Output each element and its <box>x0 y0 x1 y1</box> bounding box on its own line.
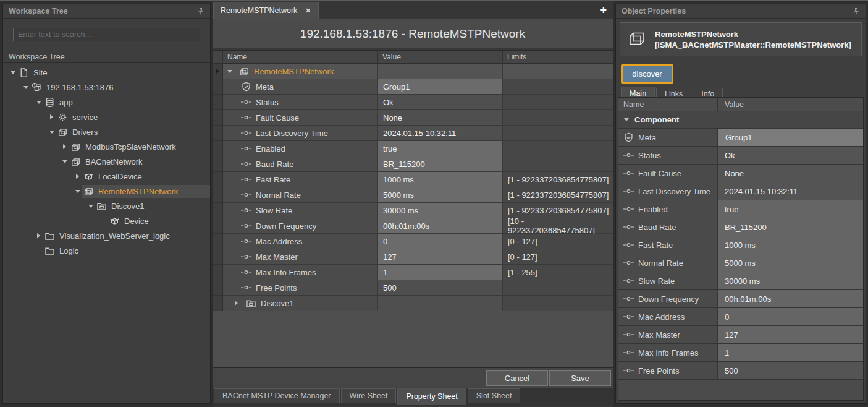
value-cell[interactable]: 127 <box>718 326 863 344</box>
expand-arrow-icon[interactable] <box>232 301 241 306</box>
value-cell[interactable]: 30000 ms <box>718 272 863 290</box>
pin-icon[interactable] <box>197 7 204 15</box>
cancel-button[interactable]: Cancel <box>486 370 548 386</box>
value-cell[interactable]: 0 <box>378 234 503 249</box>
value-cell[interactable]: 30000 ms <box>378 203 503 218</box>
tree-item-modbustcpslavenetwork[interactable]: ModbusTcpSlaveNetwork <box>3 139 210 154</box>
expand-arrow-icon[interactable] <box>73 174 82 179</box>
property-row-baud-rate[interactable]: Baud RateBR_115200 <box>618 218 863 236</box>
view-tab-wire-sheet[interactable]: Wire Sheet <box>341 388 397 403</box>
tree-item-logic[interactable]: Logic <box>3 243 210 258</box>
collapse-arrow-icon[interactable] <box>34 101 43 104</box>
name-cell: Normal Rate <box>223 187 378 203</box>
property-row-fault-cause[interactable]: Fault CauseNone <box>618 165 863 182</box>
tree-node-body: service <box>56 111 210 124</box>
property-row-last-discovery-time[interactable]: Last Discovery Time2024.01.15 10:32:11 <box>213 126 613 141</box>
property-row-normal-rate[interactable]: Normal Rate5000 ms <box>618 254 863 272</box>
collapse-arrow-icon[interactable] <box>60 160 69 163</box>
value-cell[interactable]: 1 <box>378 265 503 280</box>
tree-item-visualization-webserver-logic[interactable]: Visualization_WebServer_logic <box>3 228 210 243</box>
property-row-remotemstpnetwork[interactable]: RemoteMSTPNetwork <box>213 64 613 79</box>
tree-item-label: Drivers <box>72 127 98 137</box>
value-cell[interactable]: true <box>718 200 863 218</box>
property-row-discove1[interactable]: Discove1 <box>213 296 613 311</box>
collapse-arrow-icon[interactable] <box>21 86 30 89</box>
view-tab-property-sheet[interactable]: Property Sheet <box>397 388 466 405</box>
property-name-label: Status <box>638 151 661 160</box>
property-row-meta[interactable]: MetaGroup1 <box>213 79 613 95</box>
collapse-arrow-icon[interactable] <box>47 131 56 134</box>
tree-item-service[interactable]: service <box>3 109 210 124</box>
component-group-row[interactable]: Component <box>618 111 863 129</box>
property-row-max-info-frames[interactable]: Max Info Frames1 <box>618 344 863 362</box>
collapse-arrow-icon[interactable] <box>8 71 17 74</box>
value-cell[interactable]: Group1 <box>378 79 503 95</box>
expand-arrow-icon[interactable] <box>34 233 43 238</box>
collapse-arrow-icon[interactable] <box>73 190 82 193</box>
value-cell[interactable]: 127 <box>378 249 503 265</box>
name-cell: Mac Address <box>618 308 718 326</box>
property-row-max-info-frames[interactable]: Max Info Frames1[1 - 255] <box>213 265 613 280</box>
property-row-down-frequency[interactable]: Down Frequency00h:01m:00s[10 - 922337203… <box>213 218 613 234</box>
close-tab-icon[interactable]: ✕ <box>305 7 311 15</box>
value-cell[interactable]: 00h:01m:00s <box>378 218 503 234</box>
tree-item-app[interactable]: app <box>3 95 210 109</box>
value-cell[interactable]: BR_115200 <box>718 218 863 236</box>
tree-item-192-168-1-53-1876[interactable]: 192.168.1.53:1876 <box>3 80 210 95</box>
value-cell[interactable]: 5000 ms <box>378 187 503 203</box>
property-row-fault-cause[interactable]: Fault CauseNone <box>213 110 613 126</box>
property-row-down-frequency[interactable]: Down Frequency00h:01m:00s <box>618 290 863 308</box>
property-row-mac-address[interactable]: Mac Address0[0 - 127] <box>213 234 613 249</box>
property-row-meta[interactable]: MetaGroup1 <box>618 129 863 147</box>
property-row-status[interactable]: StatusOk <box>213 95 613 110</box>
slot-icon <box>240 267 251 277</box>
value-cell[interactable]: 1 <box>718 344 863 362</box>
tree-item-remotemstpnetwork[interactable]: RemoteMSTPNetwork <box>3 184 210 199</box>
collapse-arrow-icon[interactable] <box>86 205 95 208</box>
property-row-max-master[interactable]: Max Master127 <box>618 326 863 344</box>
value-cell[interactable]: 0 <box>718 308 863 326</box>
tree-item-drivers[interactable]: Drivers <box>3 124 210 139</box>
property-row-enabled[interactable]: Enabledtrue <box>618 200 863 218</box>
property-name-label: Normal Rate <box>256 191 301 200</box>
value-cell[interactable]: 00h:01m:00s <box>718 290 863 308</box>
view-tab-slot-sheet[interactable]: Slot Sheet <box>468 388 521 403</box>
property-row-normal-rate[interactable]: Normal Rate5000 ms[1 - 92233720368547758… <box>213 187 613 203</box>
property-row-slow-rate[interactable]: Slow Rate30000 ms <box>618 272 863 290</box>
property-row-enabled[interactable]: Enabledtrue <box>213 141 613 156</box>
save-button[interactable]: Save <box>549 370 611 386</box>
property-row-status[interactable]: StatusOk <box>618 147 863 165</box>
property-row-free-points[interactable]: Free Points500 <box>618 362 863 380</box>
value-cell[interactable]: 1000 ms <box>718 236 863 254</box>
tree-item-discove1[interactable]: Discove1 <box>3 199 210 213</box>
property-row-baud-rate[interactable]: Baud RateBR_115200 <box>213 156 613 172</box>
property-row-fast-rate[interactable]: Fast Rate1000 ms <box>618 236 863 254</box>
property-row-max-master[interactable]: Max Master127[0 - 127] <box>213 249 613 265</box>
collapse-arrow-icon[interactable] <box>225 70 234 73</box>
tree-item-site[interactable]: Site <box>3 65 210 80</box>
value-cell[interactable]: Group1 <box>718 129 863 147</box>
value-cell[interactable]: 1000 ms <box>378 172 503 187</box>
property-row-mac-address[interactable]: Mac Address0 <box>618 308 863 326</box>
search-input[interactable] <box>13 28 200 41</box>
value-cell[interactable]: 5000 ms <box>718 254 863 272</box>
tree-item-localdevice[interactable]: LocalDevice <box>3 169 210 184</box>
expand-arrow-icon[interactable] <box>47 114 56 119</box>
view-tab-bacnet-mstp-device-manager[interactable]: BACnet MSTP Device Manager <box>214 388 340 403</box>
add-tab-button[interactable]: + <box>600 3 607 17</box>
tree-item-bacnetnetwork[interactable]: BACnetNetwork <box>3 154 210 169</box>
property-row-last-discovery-time[interactable]: Last Discovery Time2024.01.15 10:32:11 <box>618 182 863 200</box>
value-cell[interactable]: true <box>378 141 503 156</box>
expand-arrow-icon[interactable] <box>60 144 69 149</box>
value-cell[interactable]: BR_115200 <box>378 156 503 172</box>
property-row-free-points[interactable]: Free Points500 <box>213 280 613 296</box>
tree-item-label: ModbusTcpSlaveNetwork <box>85 142 176 152</box>
tree-item-device[interactable]: Device <box>3 213 210 228</box>
discover-button[interactable]: discover <box>621 64 673 84</box>
pin-icon[interactable] <box>853 7 860 15</box>
workspace-tree-panel: Workspace Tree Workspace Tree Site192.16… <box>2 4 211 404</box>
tab-remotemstpnetwork[interactable]: RemoteMSTPNetwork ✕ <box>213 2 319 19</box>
value-cell: 500 <box>718 362 863 380</box>
page-icon <box>19 67 29 78</box>
property-row-fast-rate[interactable]: Fast Rate1000 ms[1 - 9223372036854775807… <box>213 172 613 187</box>
